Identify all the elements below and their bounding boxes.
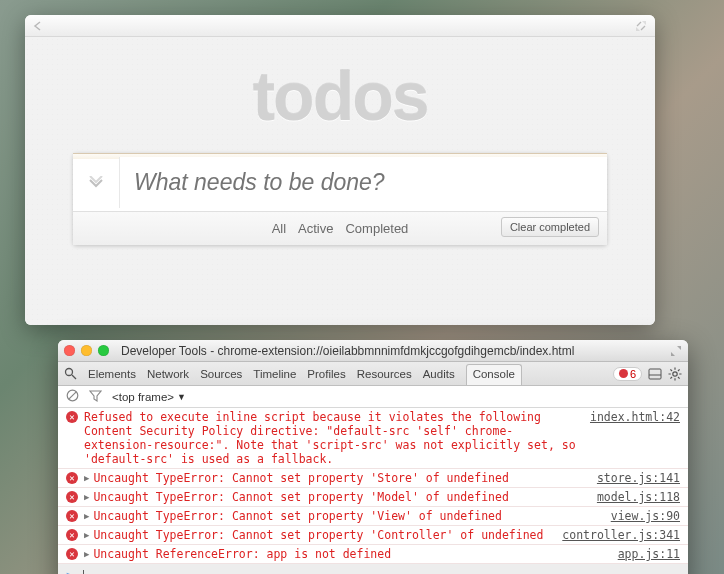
- console-error-row[interactable]: ✕▶Uncaught TypeError: Cannot set propert…: [58, 488, 688, 507]
- dropdown-triangle-icon: ▼: [177, 392, 186, 402]
- svg-point-4: [673, 371, 677, 375]
- filter-icon[interactable]: [89, 390, 102, 404]
- expand-triangle-icon[interactable]: ▶: [84, 530, 89, 540]
- toggle-all-button[interactable]: [73, 176, 119, 190]
- expand-triangle-icon[interactable]: ▶: [84, 492, 89, 502]
- source-location-link[interactable]: app.js:11: [618, 547, 680, 561]
- error-icon: ✕: [66, 529, 78, 541]
- error-message: Uncaught TypeError: Cannot set property …: [93, 471, 586, 485]
- devtools-titlebar[interactable]: Developer Tools - chrome-extension://oie…: [58, 340, 688, 362]
- error-icon: ✕: [66, 510, 78, 522]
- console-prompt[interactable]: >: [58, 564, 688, 574]
- chevron-down-icon: [87, 176, 105, 190]
- svg-point-0: [66, 369, 73, 376]
- minimize-window-button[interactable]: [81, 345, 92, 356]
- console-error-row[interactable]: ✕▶Uncaught TypeError: Cannot set propert…: [58, 469, 688, 488]
- tab-profiles[interactable]: Profiles: [307, 368, 345, 380]
- tab-network[interactable]: Network: [147, 368, 189, 380]
- expand-triangle-icon[interactable]: ▶: [84, 549, 89, 559]
- prompt-chevron-icon: >: [66, 567, 76, 574]
- inspect-icon[interactable]: [64, 367, 77, 380]
- error-icon: ✕: [66, 472, 78, 484]
- source-location-link[interactable]: controller.js:341: [562, 528, 680, 542]
- new-todo-input[interactable]: [119, 157, 607, 208]
- close-window-button[interactable]: [64, 345, 75, 356]
- console-output: ✕Refused to execute inline script becaus…: [58, 408, 688, 564]
- todos-content: todos All Active Completed Clear complet…: [25, 37, 655, 325]
- filter-active[interactable]: Active: [298, 221, 333, 236]
- filter-completed[interactable]: Completed: [345, 221, 408, 236]
- todos-heading: todos: [252, 57, 427, 135]
- devtools-title: Developer Tools - chrome-extension://oie…: [121, 344, 664, 358]
- console-error-row[interactable]: ✕▶Uncaught TypeError: Cannot set propert…: [58, 507, 688, 526]
- error-icon: ✕: [66, 491, 78, 503]
- svg-line-9: [670, 369, 672, 371]
- todos-app-window: todos All Active Completed Clear complet…: [25, 15, 655, 325]
- svg-line-10: [678, 377, 680, 379]
- svg-line-1: [72, 375, 76, 379]
- todo-card: All Active Completed Clear completed: [73, 153, 607, 245]
- tab-audits[interactable]: Audits: [423, 368, 455, 380]
- drawer-toggle-icon[interactable]: [648, 368, 662, 380]
- frame-selector-label: <top frame>: [112, 391, 174, 403]
- error-count: 6: [630, 368, 636, 380]
- tab-elements[interactable]: Elements: [88, 368, 136, 380]
- error-message: Uncaught ReferenceError: app is not defi…: [93, 547, 607, 561]
- back-arrow-icon: [33, 21, 45, 31]
- console-error-row[interactable]: ✕▶Uncaught ReferenceError: app is not de…: [58, 545, 688, 564]
- expand-icon[interactable]: [670, 345, 682, 357]
- todo-input-row: [73, 153, 607, 211]
- error-icon: ✕: [66, 548, 78, 560]
- clear-completed-button[interactable]: Clear completed: [501, 217, 599, 237]
- tab-resources[interactable]: Resources: [357, 368, 412, 380]
- filter-all[interactable]: All: [272, 221, 286, 236]
- filters: All Active Completed: [272, 221, 409, 236]
- svg-line-12: [678, 369, 680, 371]
- tab-console[interactable]: Console: [466, 364, 522, 385]
- console-error-row[interactable]: ✕Refused to execute inline script becaus…: [58, 408, 688, 469]
- error-message: Uncaught TypeError: Cannot set property …: [93, 490, 586, 504]
- source-location-link[interactable]: store.js:141: [597, 471, 680, 485]
- text-cursor: [83, 570, 84, 574]
- clear-console-icon[interactable]: [66, 389, 79, 404]
- source-location-link[interactable]: model.js:118: [597, 490, 680, 504]
- svg-rect-2: [649, 369, 661, 379]
- tab-timeline[interactable]: Timeline: [253, 368, 296, 380]
- error-message: Refused to execute inline script because…: [84, 410, 580, 466]
- tab-sources[interactable]: Sources: [200, 368, 242, 380]
- source-location-link[interactable]: index.html:42: [590, 410, 680, 424]
- error-message: Uncaught TypeError: Cannot set property …: [93, 528, 552, 542]
- expand-icon[interactable]: [635, 20, 647, 32]
- error-dot-icon: [619, 369, 628, 378]
- source-location-link[interactable]: view.js:90: [611, 509, 680, 523]
- devtools-window: Developer Tools - chrome-extension://oie…: [58, 340, 688, 574]
- gear-icon[interactable]: [668, 367, 682, 381]
- todo-footer: All Active Completed Clear completed: [73, 211, 607, 245]
- svg-line-14: [69, 392, 76, 399]
- error-message: Uncaught TypeError: Cannot set property …: [93, 509, 600, 523]
- frame-selector[interactable]: <top frame> ▼: [112, 391, 186, 403]
- svg-line-11: [670, 377, 672, 379]
- error-icon: ✕: [66, 411, 78, 423]
- error-count-badge[interactable]: 6: [613, 367, 642, 381]
- expand-triangle-icon[interactable]: ▶: [84, 473, 89, 483]
- window-controls: [64, 345, 109, 356]
- zoom-window-button[interactable]: [98, 345, 109, 356]
- console-error-row[interactable]: ✕▶Uncaught TypeError: Cannot set propert…: [58, 526, 688, 545]
- expand-triangle-icon[interactable]: ▶: [84, 511, 89, 521]
- devtools-tabbar: Elements Network Sources Timeline Profil…: [58, 362, 688, 386]
- todos-titlebar[interactable]: [25, 15, 655, 37]
- console-toolbar: <top frame> ▼: [58, 386, 688, 408]
